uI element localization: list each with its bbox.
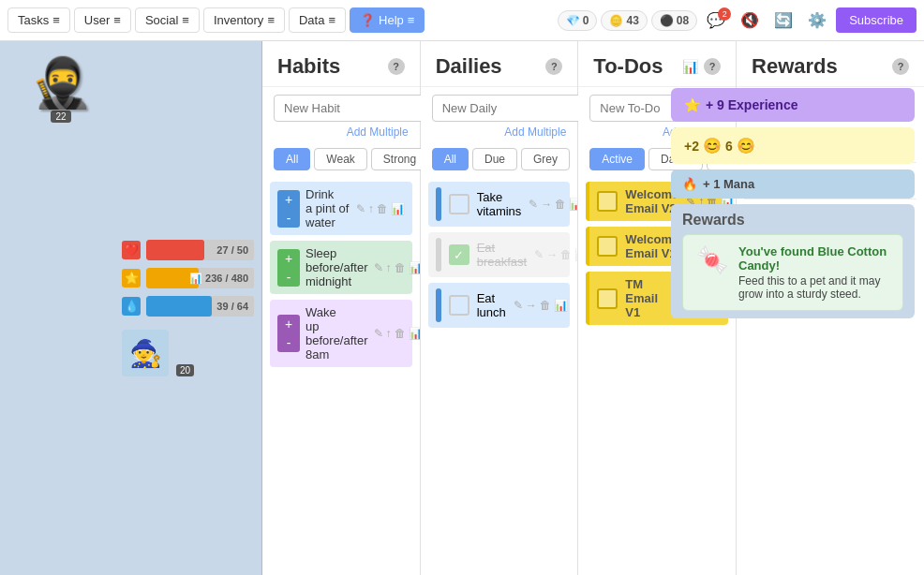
character-panel: 🥷 22 ❤️ 27 / 50 ⭐ 📊 236 / 480	[0, 41, 262, 575]
mp-icon: 💧	[122, 297, 141, 316]
help-label: Help	[379, 13, 404, 27]
social-nav[interactable]: Social ≡	[135, 7, 200, 33]
chat-button[interactable]: 💬 2	[701, 7, 731, 33]
habit-2-controls: + -	[277, 249, 300, 287]
delete-icon[interactable]: 🗑	[377, 202, 388, 215]
candy-info: You've found Blue Cotton Candy! Feed thi…	[738, 244, 889, 301]
up-icon[interactable]: ↑	[386, 261, 392, 274]
todo-3-checkbox[interactable]	[597, 288, 618, 309]
edit-icon[interactable]: ✎	[514, 299, 523, 312]
edit-icon[interactable]: ✎	[534, 248, 544, 261]
mana-val: 6	[725, 139, 733, 154]
habits-filter-all[interactable]: All	[274, 148, 310, 170]
chart-icon[interactable]: 📊	[574, 248, 577, 261]
exp-stat-row: ⭐ 📊 236 / 480	[122, 268, 254, 288]
arrow-icon[interactable]: →	[526, 299, 537, 312]
todo-3-text: TM Email V1	[625, 277, 664, 319]
social-label: Social	[145, 13, 178, 27]
mp-label: 39 / 64	[216, 301, 248, 312]
delete-icon[interactable]: 🗑	[395, 261, 406, 274]
habit-1-actions: ✎ ↑ 🗑 📊	[356, 202, 405, 215]
data-nav[interactable]: Data ≡	[289, 7, 346, 33]
delete-icon[interactable]: 🗑	[395, 327, 406, 340]
mana-values: +2 😊 6 😊	[684, 137, 755, 155]
dailies-filter-all[interactable]: All	[432, 148, 469, 170]
hp-bar-fill	[146, 240, 204, 260]
chart-icon[interactable]: 📊	[569, 198, 577, 211]
habit-1-minus[interactable]: -	[277, 209, 300, 228]
habit-2-minus[interactable]: -	[277, 268, 300, 287]
help-nav[interactable]: ❓ Help ≡	[350, 7, 425, 33]
habits-add-multiple[interactable]: Add Multiple	[262, 125, 420, 144]
dailies-column: Dailies ? + Add Multiple All Due Grey	[421, 41, 579, 575]
user-label: User	[84, 13, 110, 27]
habit-2-plus[interactable]: +	[277, 249, 300, 268]
daily-1-text: Take vitamins	[477, 190, 522, 218]
edit-icon[interactable]: ✎	[529, 198, 538, 211]
refresh-button[interactable]: 🔄	[768, 7, 798, 33]
habit-3-minus[interactable]: -	[277, 333, 300, 352]
dailies-add-multiple[interactable]: Add Multiple	[421, 125, 578, 144]
habit-2-text: Sleep before/after midnight	[306, 246, 368, 288]
mute-button[interactable]: 🔇	[735, 7, 765, 33]
chart-icon[interactable]: 📊	[554, 299, 568, 312]
habit-1-plus[interactable]: +	[277, 190, 300, 209]
character-level: 22	[51, 111, 70, 123]
notification-area: ⭐ + 9 Experience +2 😊 6 😊 🔥 + 1 Mana Rew…	[671, 88, 915, 318]
candy-icon: 🍬	[696, 244, 729, 275]
arrow-icon[interactable]: →	[546, 248, 558, 261]
edit-icon[interactable]: ✎	[356, 202, 365, 215]
user-nav[interactable]: User ≡	[74, 7, 131, 33]
up-icon[interactable]: ↑	[386, 327, 392, 340]
dailies-help-icon[interactable]: ?	[545, 58, 562, 75]
edit-icon[interactable]: ✎	[374, 261, 383, 274]
habits-filter-row: All Weak Strong	[262, 144, 420, 178]
habits-help-icon[interactable]: ?	[388, 58, 405, 75]
dailies-filter-grey[interactable]: Grey	[521, 148, 570, 170]
tasks-menu-icon: ≡	[52, 13, 60, 27]
chart-icon[interactable]: 📊	[391, 202, 405, 215]
gold-icon: 🪙	[609, 14, 623, 27]
todo-1-checkbox[interactable]	[597, 191, 618, 212]
todos-filter-active[interactable]: Active	[589, 148, 645, 170]
settings-button[interactable]: ⚙️	[802, 7, 832, 33]
exp-bar-bg: 📊 236 / 480	[146, 268, 254, 288]
habits-filter-weak[interactable]: Weak	[314, 148, 366, 170]
exp-icon: ⭐	[122, 269, 141, 288]
chart-icon[interactable]: 📊	[409, 327, 420, 340]
arrow-icon[interactable]: →	[541, 198, 552, 211]
todos-help-icon[interactable]: ?	[704, 58, 721, 75]
inventory-label: Inventory	[214, 13, 263, 27]
chart-icon[interactable]: 📊	[409, 261, 420, 274]
char-notification: 🔥 + 1 Mana	[671, 170, 915, 199]
second-char-preview: 🧙	[122, 330, 169, 376]
dailies-list: Take vitamins ✎ → 🗑 📊 ✓ Eat breakfast ✎	[421, 178, 578, 575]
candy-notification: 🍬 You've found Blue Cotton Candy! Feed t…	[682, 234, 903, 311]
todo-2-checkbox[interactable]	[597, 236, 618, 257]
habit-3-plus[interactable]: +	[277, 315, 300, 333]
daily-2-text: Eat breakfast	[477, 241, 527, 269]
delete-icon[interactable]: 🗑	[555, 198, 566, 211]
bar-chart-icon: 📊	[682, 59, 698, 74]
second-char-level: 20	[176, 364, 194, 376]
daily-2-checkbox[interactable]: ✓	[449, 244, 469, 265]
delete-icon[interactable]: 🗑	[540, 299, 551, 312]
chat-badge: 2	[718, 7, 731, 21]
edit-icon[interactable]: ✎	[374, 327, 383, 340]
rewards-help-icon[interactable]: ?	[892, 58, 909, 75]
rewards-header: Rewards ?	[737, 41, 924, 87]
stats-bars: ❤️ 27 / 50 ⭐ 📊 236 / 480 💧 39 /	[122, 41, 261, 575]
daily-3-checkbox[interactable]	[449, 295, 469, 316]
tasks-nav[interactable]: Tasks ≡	[7, 7, 70, 33]
up-icon[interactable]: ↑	[368, 202, 374, 215]
delete-icon[interactable]: 🗑	[560, 248, 572, 261]
daily-1-checkbox[interactable]	[449, 194, 469, 214]
star-icon: ⭐	[684, 97, 700, 112]
dailies-filter-due[interactable]: Due	[472, 148, 517, 170]
habit-3-text: Wake up before/after 8am	[306, 305, 368, 361]
daily-1-color	[436, 187, 441, 221]
inventory-nav[interactable]: Inventory ≡	[203, 7, 285, 33]
subscribe-button[interactable]: Subscribe	[836, 7, 917, 33]
dailies-filter-row: All Due Grey	[421, 144, 578, 178]
mp-bar-bg: 39 / 64	[146, 296, 254, 317]
